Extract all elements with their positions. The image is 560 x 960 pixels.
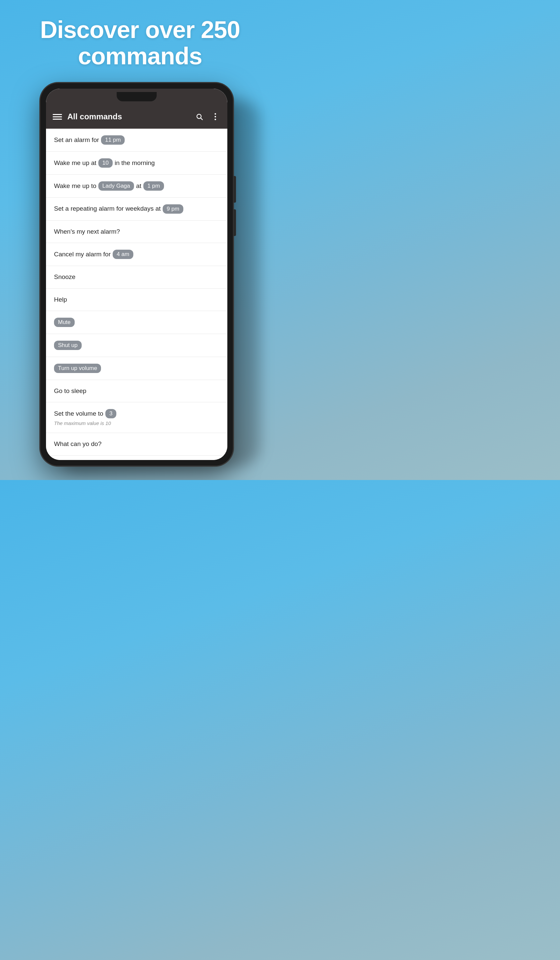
command-row: Set the volume to 3 xyxy=(54,409,219,418)
menu-line-3 xyxy=(53,119,62,120)
list-item[interactable]: Turn up volume xyxy=(46,357,227,380)
command-subtitle: The maximum value is 10 xyxy=(54,420,219,426)
command-tag: 9 pm xyxy=(163,204,183,214)
command-row: Help xyxy=(54,295,219,304)
list-item[interactable]: What can I say? xyxy=(46,456,227,460)
command-text: Cancel my alarm for xyxy=(54,250,110,259)
menu-line-2 xyxy=(53,116,62,117)
command-text: Wake me up at xyxy=(54,158,96,168)
command-tag: Turn up volume xyxy=(54,364,101,373)
list-item[interactable]: Shut up xyxy=(46,334,227,357)
hero-title: Discover over 250 commands xyxy=(0,0,280,79)
command-tag: 1 pm xyxy=(143,181,164,190)
command-tag: 11 pm xyxy=(101,135,125,145)
command-tag: 10 xyxy=(98,158,113,168)
command-text: Go to sleep xyxy=(54,387,86,396)
command-row: Go to sleep xyxy=(54,387,219,396)
phone-wrapper: All commands xyxy=(40,83,240,476)
command-text: What can yo do? xyxy=(54,440,102,449)
command-text: Set a repeating alarm for weekdays at xyxy=(54,204,161,213)
command-text: Set an alarm for xyxy=(54,136,99,145)
list-item[interactable]: Set a repeating alarm for weekdays at 9 … xyxy=(46,198,227,221)
command-row: When's my next alarm? xyxy=(54,227,219,236)
list-item[interactable]: Set an alarm for 11 pm xyxy=(46,129,227,152)
command-text: When's my next alarm? xyxy=(54,227,120,236)
phone-screen: All commands xyxy=(46,89,227,460)
command-row: Turn up volume xyxy=(54,364,219,373)
menu-button[interactable] xyxy=(53,114,62,120)
list-item[interactable]: What can yo do? xyxy=(46,433,227,456)
command-tag: 4 am xyxy=(113,250,133,259)
command-tag: 3 xyxy=(105,409,116,418)
command-text: at xyxy=(136,182,141,190)
command-row: Set an alarm for 11 pm xyxy=(54,135,219,145)
svg-line-1 xyxy=(201,118,202,120)
app-bar: All commands xyxy=(46,105,227,129)
command-row: Wake me up at 10 in the morning xyxy=(54,158,219,168)
command-text: Help xyxy=(54,295,67,304)
command-row: Set a repeating alarm for weekdays at 9 … xyxy=(54,204,219,214)
list-item[interactable]: Snooze xyxy=(46,266,227,289)
phone-notch xyxy=(117,92,157,101)
search-button[interactable] xyxy=(194,111,205,122)
command-text: Wake me up to xyxy=(54,182,96,190)
list-item[interactable]: Wake me up to Lady Gaga at 1 pm xyxy=(46,174,227,198)
app-bar-title: All commands xyxy=(67,112,189,121)
command-row: Wake me up to Lady Gaga at 1 pm xyxy=(54,181,219,190)
list-item[interactable]: Wake me up at 10 in the morning xyxy=(46,152,227,174)
svg-point-4 xyxy=(215,119,216,120)
svg-point-3 xyxy=(215,116,216,118)
list-item[interactable]: Cancel my alarm for 4 am xyxy=(46,243,227,266)
list-item[interactable]: Set the volume to 3The maximum value is … xyxy=(46,402,227,433)
phone-frame: All commands xyxy=(40,83,233,466)
command-tag: Mute xyxy=(54,318,75,327)
command-row: Shut up xyxy=(54,341,219,350)
list-item[interactable]: Help xyxy=(46,289,227,311)
more-options-button[interactable] xyxy=(210,111,221,122)
list-item[interactable]: Go to sleep xyxy=(46,380,227,403)
phone-notch-area xyxy=(46,89,227,105)
command-row: Mute xyxy=(54,318,219,327)
list-item[interactable]: Mute xyxy=(46,311,227,334)
commands-list: Set an alarm for 11 pmWake me up at 10 i… xyxy=(46,129,227,460)
command-text: Snooze xyxy=(54,273,75,282)
command-row: Snooze xyxy=(54,273,219,282)
command-row: What can yo do? xyxy=(54,440,219,449)
command-row: Cancel my alarm for 4 am xyxy=(54,250,219,259)
command-text: in the morning xyxy=(115,158,155,168)
command-tag: Shut up xyxy=(54,341,82,350)
command-tag: Lady Gaga xyxy=(98,181,134,190)
svg-point-2 xyxy=(215,114,216,115)
menu-line-1 xyxy=(53,114,62,115)
app-bar-icons xyxy=(194,111,221,122)
list-item[interactable]: When's my next alarm? xyxy=(46,221,227,243)
command-text: Set the volume to xyxy=(54,409,103,418)
